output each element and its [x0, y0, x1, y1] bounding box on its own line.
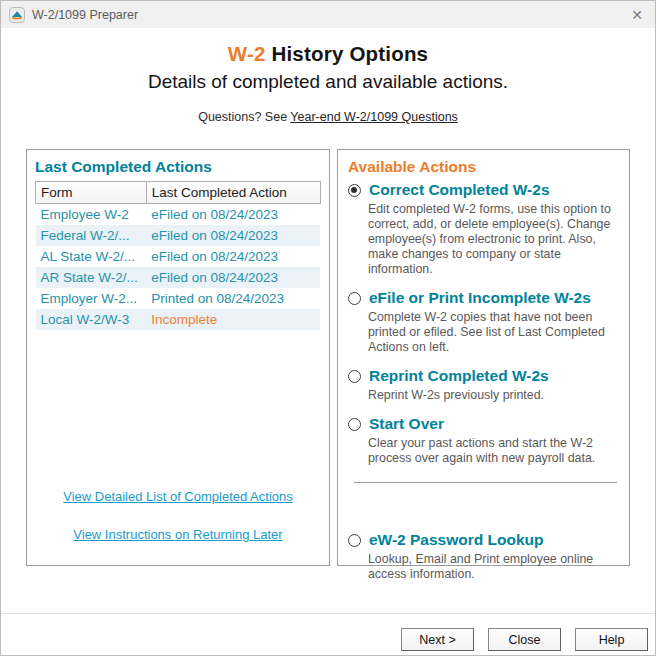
- table-row[interactable]: AR State W-2/...eFiled on 08/24/2023: [36, 267, 321, 288]
- table-header-row: Form Last Completed Action: [36, 182, 321, 204]
- next-button[interactable]: Next >: [401, 628, 474, 651]
- radio-selected-icon[interactable]: [348, 184, 361, 197]
- available-actions-heading: Available Actions: [348, 158, 619, 176]
- action-cell: eFiled on 08/24/2023: [146, 204, 320, 226]
- view-detailed-list-link[interactable]: View Detailed List of Completed Actions: [63, 489, 293, 504]
- questions-line: Questions? See Year-end W-2/1099 Questio…: [1, 110, 655, 124]
- radio-unselected-icon[interactable]: [348, 292, 361, 305]
- radio-option[interactable]: Start OverClear your past actions and st…: [348, 415, 619, 466]
- content-panels: Last Completed Actions Form Last Complet…: [1, 149, 655, 566]
- close-button[interactable]: Close: [488, 628, 561, 651]
- completed-actions-table-body: Employee W-2eFiled on 08/24/2023Federal …: [36, 204, 321, 331]
- radio-unselected-icon[interactable]: [348, 370, 361, 383]
- table-row[interactable]: AL State W-2/...eFiled on 08/24/2023: [36, 246, 321, 267]
- action-cell: eFiled on 08/24/2023: [146, 267, 320, 288]
- w2-1099-preparer-window: W-2/1099 Preparer ✕ W-2 History Options …: [0, 0, 656, 656]
- radio-option-label[interactable]: eFile or Print Incomplete W-2s: [369, 289, 591, 307]
- radio-unselected-icon[interactable]: [348, 534, 361, 547]
- form-cell: Employer W-2...: [36, 288, 147, 309]
- radio-option-description: Edit completed W-2 forms, use this optio…: [368, 202, 619, 277]
- radio-option[interactable]: Reprint Completed W-2sReprint W-2s previ…: [348, 367, 619, 403]
- radio-option-description: Lookup, Email and Print employee online …: [368, 552, 619, 582]
- page-title-rest: History Options: [271, 42, 428, 65]
- view-instructions-link[interactable]: View Instructions on Returning Later: [73, 527, 282, 542]
- form-cell: Local W-2/W-3: [36, 309, 147, 330]
- help-button[interactable]: Help: [575, 628, 648, 651]
- radio-option-label[interactable]: Start Over: [369, 415, 444, 433]
- form-cell: AL State W-2/...: [36, 246, 147, 267]
- radio-option-label[interactable]: eW-2 Password Lookup: [369, 531, 544, 549]
- options-divider: [354, 482, 617, 483]
- dialog-header: W-2 History Options Details of completed…: [1, 28, 655, 149]
- title-bar: W-2/1099 Preparer ✕: [1, 1, 655, 28]
- radio-option[interactable]: eW-2 Password LookupLookup, Email and Pr…: [348, 531, 619, 582]
- radio-option-description: Clear your past actions and start the W-…: [368, 436, 619, 466]
- table-row[interactable]: Federal W-2/...eFiled on 08/24/2023: [36, 225, 321, 246]
- footer-buttons: Next > Close Help: [1, 614, 655, 651]
- last-completed-actions-heading: Last Completed Actions: [35, 158, 321, 176]
- action-cell: Incomplete: [146, 309, 320, 330]
- radio-option-label[interactable]: Reprint Completed W-2s: [369, 367, 549, 385]
- form-cell: AR State W-2/...: [36, 267, 147, 288]
- form-cell: Employee W-2: [36, 204, 147, 226]
- action-cell: Printed on 08/24/2023: [146, 288, 320, 309]
- form-column-header[interactable]: Form: [36, 182, 147, 204]
- action-cell: eFiled on 08/24/2023: [146, 246, 320, 267]
- radio-option[interactable]: eFile or Print Incomplete W-2sComplete W…: [348, 289, 619, 355]
- questions-prefix: Questions? See: [198, 110, 290, 124]
- action-cell: eFiled on 08/24/2023: [146, 225, 320, 246]
- app-logo-icon: [9, 7, 25, 23]
- completed-actions-table: Form Last Completed Action Employee W-2e…: [35, 181, 321, 330]
- window-title: W-2/1099 Preparer: [32, 8, 138, 22]
- panel-links: View Detailed List of Completed Actions …: [35, 489, 321, 557]
- table-row[interactable]: Employer W-2...Printed on 08/24/2023: [36, 288, 321, 309]
- year-end-questions-link[interactable]: Year-end W-2/1099 Questions: [290, 110, 457, 124]
- page-title-accent: W-2: [228, 42, 266, 65]
- table-row[interactable]: Employee W-2eFiled on 08/24/2023: [36, 204, 321, 226]
- form-cell: Federal W-2/...: [36, 225, 147, 246]
- page-title: W-2 History Options: [1, 28, 655, 66]
- radio-unselected-icon[interactable]: [348, 418, 361, 431]
- dialog-footer: Next > Close Help: [1, 613, 655, 651]
- table-row[interactable]: Local W-2/W-3Incomplete: [36, 309, 321, 330]
- radio-option-description: Complete W-2 copies that have not been p…: [368, 310, 619, 355]
- last-completed-actions-panel: Last Completed Actions Form Last Complet…: [26, 149, 330, 566]
- radio-option-description: Reprint W-2s previously printed.: [368, 388, 619, 403]
- radio-option[interactable]: Correct Completed W-2sEdit completed W-2…: [348, 181, 619, 277]
- available-actions-list: Correct Completed W-2sEdit completed W-2…: [348, 181, 619, 582]
- page-subtitle: Details of completed and available actio…: [1, 71, 655, 93]
- close-icon[interactable]: ✕: [619, 4, 655, 26]
- radio-option-label[interactable]: Correct Completed W-2s: [369, 181, 550, 199]
- action-column-header[interactable]: Last Completed Action: [146, 182, 320, 204]
- available-actions-panel: Available Actions Correct Completed W-2s…: [337, 149, 630, 566]
